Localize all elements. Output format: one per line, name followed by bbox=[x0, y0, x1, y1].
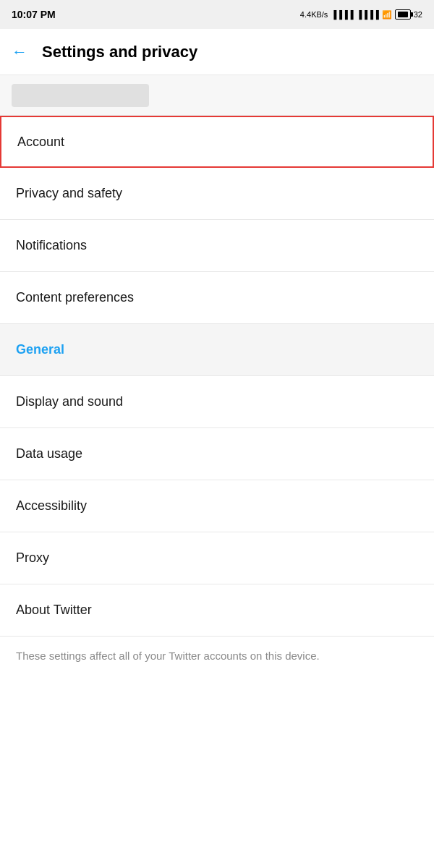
footer-note: These settings affect all of your Twitte… bbox=[0, 637, 434, 676]
wifi-icon: 📶 bbox=[382, 10, 392, 20]
menu-item-privacy[interactable]: Privacy and safety bbox=[0, 168, 434, 220]
battery-percent: 32 bbox=[414, 10, 422, 19]
menu-item-about-label: About Twitter bbox=[16, 603, 92, 618]
menu-item-data-label: Data usage bbox=[16, 446, 82, 461]
menu-item-content-label: Content preferences bbox=[16, 290, 134, 305]
search-area bbox=[0, 75, 434, 116]
menu-item-account-label: Account bbox=[17, 135, 64, 150]
status-icons: 4.4KB/s ▐▐▐▐ ▐▐▐▐ 📶 32 bbox=[300, 9, 422, 20]
status-bar: 10:07 PM 4.4KB/s ▐▐▐▐ ▐▐▐▐ 📶 32 bbox=[0, 0, 434, 29]
general-section-header: General bbox=[0, 324, 434, 376]
menu-item-accessibility[interactable]: Accessibility bbox=[0, 480, 434, 532]
menu-item-account[interactable]: Account bbox=[0, 116, 434, 168]
footer-note-text: These settings affect all of your Twitte… bbox=[16, 650, 320, 662]
menu-item-content[interactable]: Content preferences bbox=[0, 272, 434, 324]
menu-item-privacy-label: Privacy and safety bbox=[16, 186, 122, 201]
menu-item-data[interactable]: Data usage bbox=[0, 428, 434, 480]
search-box-placeholder bbox=[12, 84, 149, 107]
page-title: Settings and privacy bbox=[42, 43, 197, 61]
menu-item-accessibility-label: Accessibility bbox=[16, 498, 87, 514]
menu-item-display-label: Display and sound bbox=[16, 394, 123, 409]
menu-item-notifications[interactable]: Notifications bbox=[0, 220, 434, 272]
network-speed: 4.4KB/s bbox=[300, 10, 328, 19]
header: ← Settings and privacy bbox=[0, 29, 434, 75]
general-section-label: General bbox=[16, 342, 64, 357]
menu-item-about[interactable]: About Twitter bbox=[0, 584, 434, 637]
signal-icon-1: ▐▐▐▐ bbox=[331, 10, 353, 19]
battery-icon bbox=[395, 9, 411, 20]
menu-item-proxy-label: Proxy bbox=[16, 550, 49, 566]
menu-item-notifications-label: Notifications bbox=[16, 238, 87, 253]
signal-icon-2: ▐▐▐▐ bbox=[357, 10, 379, 19]
back-button[interactable]: ← bbox=[12, 43, 27, 61]
menu-item-proxy[interactable]: Proxy bbox=[0, 532, 434, 584]
menu-item-display[interactable]: Display and sound bbox=[0, 376, 434, 428]
status-time: 10:07 PM bbox=[12, 9, 56, 20]
